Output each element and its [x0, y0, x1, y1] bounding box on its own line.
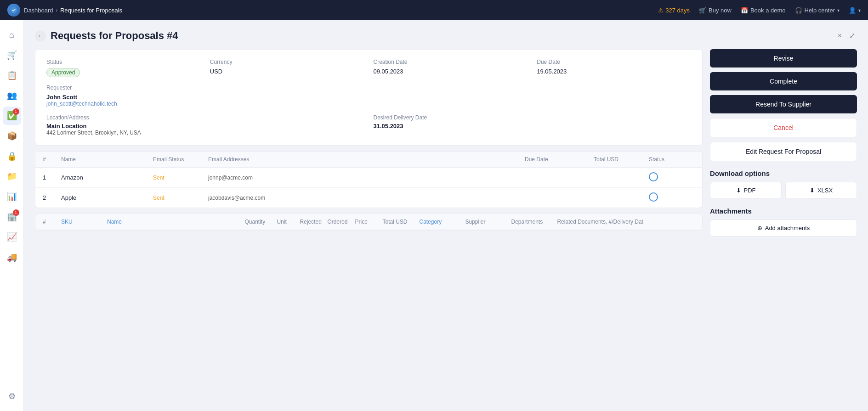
calendar-icon: 📅 [741, 7, 748, 14]
sidebar-item-reports[interactable]: 📊 [3, 187, 21, 206]
contracts-icon: 🔒 [7, 151, 17, 161]
sidebar-item-home[interactable]: ⌂ [3, 26, 21, 44]
requester-name: John Scott [46, 94, 691, 101]
location-address: 442 Lorimer Street, Brooklyn, NY, USA [46, 129, 364, 136]
sidebar-item-logistics[interactable]: 🚚 [3, 248, 21, 266]
inventory-icon: 📦 [7, 131, 17, 141]
requester-email: john_scott@technaholic.tech [46, 101, 691, 107]
sidebar-item-requests[interactable]: 📋 [3, 66, 21, 84]
complete-button[interactable]: Complete [710, 72, 857, 90]
row1-email-addr: johnp@acme.com [208, 175, 525, 181]
user-chevron: ▾ [858, 8, 861, 13]
pdf-download-button[interactable]: ⬇ PDF [710, 182, 782, 199]
main-content: ← Requests for Proposals #4 × ⤢ Status A… [24, 20, 868, 411]
help-center-btn[interactable]: 🎧 Help center ▾ [795, 7, 840, 14]
items-col-ordered: Ordered [328, 219, 355, 225]
xlsx-label: XLSX [817, 187, 833, 194]
row1-status-circle [649, 172, 658, 181]
col-due-date: Due Date [525, 156, 594, 163]
page-title: Requests for Proposals #4 [51, 30, 178, 42]
edit-request-button[interactable]: Edit Request For Proposal [710, 142, 857, 161]
pdf-icon: ⬇ [736, 187, 741, 194]
status-field: Status Approved [46, 59, 201, 77]
help-icon: 🎧 [795, 7, 802, 14]
settings-icon: ⚙ [8, 391, 16, 401]
download-title: Download options [710, 169, 857, 177]
buy-now-btn[interactable]: 🛒 Buy now [699, 7, 732, 14]
breadcrumb: Dashboard › Requests for Proposals [24, 7, 122, 14]
xlsx-download-button[interactable]: ⬇ XLSX [785, 182, 857, 199]
row2-email-addr: jacobdavis@acme.com [208, 195, 525, 201]
delivery-date-label: Desired Delivery Date [374, 114, 692, 121]
alert-days: 327 days [665, 7, 690, 14]
resend-to-supplier-button[interactable]: Resend To Supplier [710, 95, 857, 113]
sidebar: ⌂ 🛒 📋 👥 ✅ 1 📦 🔒 📁 📊 🏢 1 📈 🚚 ⚙ [0, 20, 24, 411]
location-field: Location/Address Main Location 442 Lorim… [46, 114, 364, 136]
row1-name: Amazon [61, 174, 153, 181]
sidebar-item-analytics[interactable]: 📈 [3, 228, 21, 246]
trial-alert[interactable]: ⚠ 327 days [658, 7, 690, 14]
location-name: Main Location [46, 123, 364, 129]
currency-field: Currency USD [210, 59, 364, 77]
currency-value: USD [210, 68, 364, 75]
back-button[interactable]: ← [35, 30, 46, 41]
row1-status-icon [649, 172, 695, 183]
close-button[interactable]: × [836, 30, 844, 42]
cancel-button[interactable]: Cancel [710, 118, 857, 137]
sidebar-item-contracts[interactable]: 🔒 [3, 147, 21, 165]
col-email-addresses: Email Addresses [208, 156, 525, 163]
suppliers-icon: 👥 [7, 90, 17, 101]
departments-badge: 1 [13, 209, 19, 216]
topnav-right: ⚠ 327 days 🛒 Buy now 📅 Book a demo 🎧 Hel… [658, 7, 861, 14]
add-attachments-button[interactable]: ⊕ Add attachments [710, 220, 857, 236]
col-num: # [43, 156, 61, 163]
book-demo-btn[interactable]: 📅 Book a demo [741, 7, 786, 14]
items-table-card: # SKU Name Quantity Unit Rejected Ordere… [35, 214, 703, 231]
home-icon: ⌂ [9, 30, 14, 40]
sidebar-item-approvals[interactable]: ✅ 1 [3, 107, 21, 125]
items-col-unit: Unit [277, 219, 300, 225]
right-panel: Revise Complete Resend To Supplier Cance… [710, 49, 857, 402]
items-col-departments: Departments [511, 219, 557, 225]
xlsx-icon: ⬇ [810, 187, 815, 194]
supplier-table-header: # Name Email Status Email Addresses Due … [35, 152, 702, 168]
user-menu-btn[interactable]: 👤 ▾ [849, 7, 861, 14]
sidebar-item-orders[interactable]: 🛒 [3, 46, 21, 64]
col-name: Name [61, 156, 153, 163]
pdf-label: PDF [744, 187, 756, 194]
status-badge: Approved [46, 68, 80, 77]
items-col-price: Price [355, 219, 383, 225]
sidebar-item-inventory[interactable]: 📦 [3, 127, 21, 145]
items-col-quantity: Quantity [245, 219, 277, 225]
col-email-status: Email Status [153, 156, 208, 163]
catalog-icon: 📁 [7, 171, 17, 181]
breadcrumb-current: Requests for Proposals [60, 7, 122, 14]
status-label: Status [46, 59, 201, 65]
top-navigation: Dashboard › Requests for Proposals ⚠ 327… [0, 0, 868, 20]
expand-button[interactable]: ⤢ [847, 29, 857, 42]
supplier-row-1[interactable]: 1 Amazon Sent johnp@acme.com [35, 168, 702, 188]
breadcrumb-dashboard[interactable]: Dashboard [24, 7, 53, 14]
breadcrumb-chevron: › [56, 8, 57, 13]
supplier-table-card: # Name Email Status Email Addresses Due … [35, 151, 703, 208]
alert-icon: ⚠ [658, 7, 664, 14]
sidebar-item-catalog[interactable]: 📁 [3, 167, 21, 186]
row1-email-status: Sent [153, 175, 208, 181]
content-grid: Status Approved Currency USD Creation Da… [35, 49, 857, 402]
help-chevron: ▾ [837, 8, 840, 13]
logistics-icon: 🚚 [7, 252, 17, 262]
requester-label: Requester [46, 84, 691, 91]
revise-button[interactable]: Revise [710, 49, 857, 68]
app-logo[interactable] [7, 4, 20, 17]
supplier-row-2[interactable]: 2 Apple Sent jacobdavis@acme.com [35, 188, 702, 208]
items-table-header: # SKU Name Quantity Unit Rejected Ordere… [35, 214, 702, 230]
row2-num: 2 [43, 194, 61, 201]
due-date-field: Due Date 19.05.2023 [537, 59, 691, 77]
items-col-sku: SKU [61, 219, 107, 225]
sidebar-item-suppliers[interactable]: 👥 [3, 86, 21, 105]
items-col-rejected: Rejected [300, 219, 328, 225]
sidebar-item-departments[interactable]: 🏢 1 [3, 208, 21, 226]
sidebar-item-settings[interactable]: ⚙ [3, 387, 21, 405]
page-header: ← Requests for Proposals #4 × ⤢ [35, 29, 857, 42]
col-total-usd: Total USD [594, 156, 649, 163]
